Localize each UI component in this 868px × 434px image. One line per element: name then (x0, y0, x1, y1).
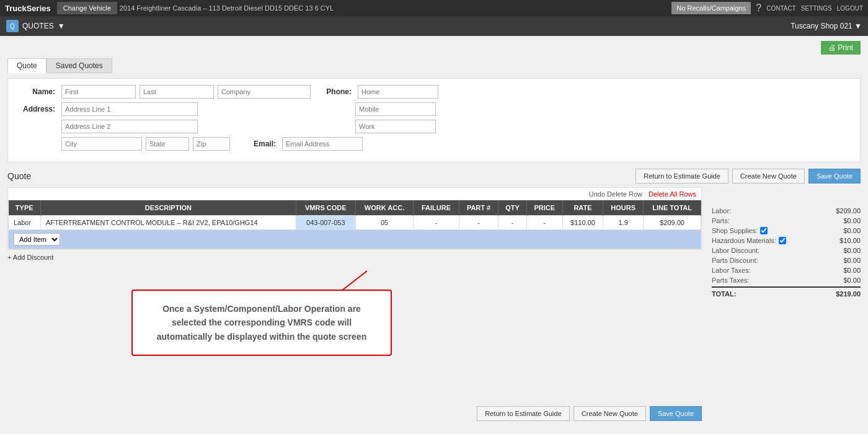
labor-value: $209.00 (823, 207, 861, 215)
phone-section (358, 85, 438, 99)
home-phone-input[interactable] (358, 85, 438, 99)
zip-input[interactable] (193, 137, 230, 151)
return-to-estimate-guide-button[interactable]: Return to Estimate Guide (636, 169, 728, 184)
delete-all-rows-link[interactable]: Delete All Rows (649, 190, 696, 198)
city-input[interactable] (61, 137, 142, 151)
bottom-create-new-button[interactable]: Create New Quote (574, 406, 646, 421)
totals-shop-supplies-row: Shop Supplies: $0.00 (712, 226, 861, 236)
mobile-phone-input[interactable] (355, 102, 436, 116)
logout-icon[interactable]: LOGOUT (837, 5, 863, 12)
save-quote-button[interactable]: Save Quote (808, 169, 861, 184)
labor-label: Labor: (712, 207, 737, 215)
help-icon[interactable]: ? (756, 2, 761, 14)
totals-parts-row: Parts: $0.00 (712, 216, 861, 226)
totals-labor-row: Labor: $209.00 (712, 206, 861, 216)
row-price: - (526, 216, 562, 230)
print-button[interactable]: 🖨 Print (821, 41, 861, 55)
quote-actions: Return to Estimate Guide Create New Quot… (636, 169, 861, 184)
tab-quote[interactable]: Quote (7, 58, 46, 73)
row-type: Labor (9, 216, 41, 230)
name-label: Name: (18, 87, 55, 96)
add-item-select[interactable]: Add Item Labor Parts Sublet (14, 233, 60, 246)
labor-taxes-label: Labor Taxes: (712, 267, 757, 274)
name-row: Name: Phone: (18, 85, 850, 99)
annotation-text: Once a System/Component/Labor Operation … (157, 304, 366, 342)
last-name-input[interactable] (140, 85, 214, 99)
col-line-total: LINE TOTAL (644, 200, 701, 216)
form-area: Name: Phone: Address: (7, 78, 861, 162)
row-rate: $110.00 (562, 216, 603, 230)
email-input[interactable] (282, 137, 363, 151)
address-line2-row (18, 120, 850, 133)
add-item-row: Add Item Labor Parts Sublet (9, 230, 701, 249)
email-label: Email: (239, 140, 276, 148)
shop-supplies-checkbox[interactable] (760, 227, 768, 234)
settings-icon[interactable]: SETTINGS (801, 5, 832, 12)
first-name-input[interactable] (61, 85, 136, 99)
content-split: Undo Delete Row Delete All Rows TYPE DES… (7, 187, 861, 421)
top-bar-right: No Recalls/Campaigns ? CONTACT SETTINGS … (671, 2, 863, 14)
row-work-acc: 05 (355, 216, 413, 230)
labor-discount-label: Labor Discount: (712, 247, 766, 254)
col-qty: QTY (498, 200, 526, 216)
undo-row: Undo Delete Row Delete All Rows (8, 188, 701, 200)
top-bar: TruckSeries Change Vehicle 2014 Freightl… (0, 0, 868, 16)
address-line2-input[interactable] (61, 120, 198, 133)
parts-taxes-value: $0.00 (823, 277, 861, 284)
second-bar: Q QUOTES ▼ Tuscany Shop 021 ▼ (0, 16, 868, 36)
col-part-num: PART # (459, 200, 498, 216)
add-discount-link[interactable]: + Add Discount (7, 250, 702, 265)
col-price: PRICE (526, 200, 562, 216)
row-description: AFTERTREATMENT CONTROL MODULE – R&I 2V2,… (40, 216, 296, 230)
quote-table: TYPE DESCRIPTION VMRS CODE WORK ACC. FAI… (8, 200, 701, 249)
quotes-dropdown[interactable]: Q QUOTES ▼ (6, 20, 65, 32)
col-rate: RATE (562, 200, 603, 216)
undo-delete-row-link[interactable]: Undo Delete Row (589, 190, 642, 198)
city-state-zip-row: Email: (18, 137, 850, 151)
hazmat-checkbox-group: Hazardous Materials: (712, 237, 786, 244)
quotes-icon: Q (6, 20, 19, 32)
totals-section: Labor: $209.00 Parts: $0.00 Shop Supplie… (712, 187, 861, 299)
print-row: 🖨 Print (7, 41, 861, 55)
tab-saved-quotes[interactable]: Saved Quotes (46, 58, 112, 73)
quotes-label: QUOTES (22, 22, 54, 30)
shop-supplies-label: Shop Supplies: (712, 227, 774, 234)
table-header-row: TYPE DESCRIPTION VMRS CODE WORK ACC. FAI… (9, 200, 701, 216)
hazmat-checkbox[interactable] (779, 237, 786, 244)
quote-table-container: Undo Delete Row Delete All Rows TYPE DES… (7, 187, 702, 250)
bottom-return-button[interactable]: Return to Estimate Guide (477, 406, 570, 421)
row-failure: - (414, 216, 459, 230)
dropdown-arrow-icon: ▼ (58, 22, 65, 30)
work-phone-input[interactable] (355, 120, 436, 133)
parts-discount-value: $0.00 (823, 257, 861, 264)
change-vehicle-button[interactable]: Change Vehicle (57, 2, 117, 14)
col-hours: HOURS (603, 200, 644, 216)
state-input[interactable] (146, 137, 189, 151)
col-failure: FAILURE (414, 200, 459, 216)
totals-parts-discount-row: Parts Discount: $0.00 (712, 255, 861, 265)
create-new-quote-button[interactable]: Create New Quote (732, 169, 805, 184)
shop-name[interactable]: Tuscany Shop 021 ▼ (790, 22, 862, 30)
main-content: 🖨 Print Quote Saved Quotes Name: Phone: … (0, 36, 868, 426)
col-description: DESCRIPTION (40, 200, 296, 216)
totals-labor-taxes-row: Labor Taxes: $0.00 (712, 265, 861, 275)
address-line1-input[interactable] (61, 102, 198, 116)
annotation-area: Once a System/Component/Labor Operation … (7, 265, 702, 401)
parts-taxes-label: Parts Taxes: (712, 277, 755, 284)
tabs: Quote Saved Quotes (7, 58, 861, 73)
col-type: TYPE (9, 200, 41, 216)
company-input[interactable] (218, 85, 311, 99)
totals-grand-total-row: TOTAL: $219.00 (712, 286, 861, 299)
row-qty: - (498, 216, 526, 230)
totals-table: Labor: $209.00 Parts: $0.00 Shop Supplie… (712, 206, 861, 299)
parts-value: $0.00 (823, 217, 861, 224)
col-work-acc: WORK ACC. (355, 200, 413, 216)
parts-label: Parts: (712, 217, 736, 224)
bottom-save-button[interactable]: Save Quote (650, 406, 702, 421)
row-hours: 1.9 (603, 216, 644, 230)
row-part-num: - (459, 216, 498, 230)
no-recalls-button[interactable]: No Recalls/Campaigns (671, 2, 751, 14)
contact-icon[interactable]: CONTACT (766, 5, 796, 12)
row-line-total: $209.00 (644, 216, 701, 230)
labor-taxes-value: $0.00 (823, 267, 861, 274)
